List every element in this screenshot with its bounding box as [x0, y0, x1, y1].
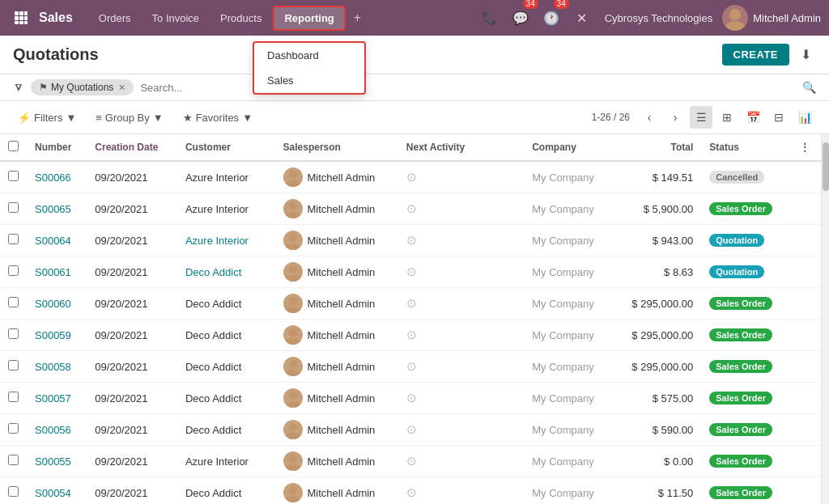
avatar[interactable]: [722, 5, 748, 31]
row-customer[interactable]: Azure Interior: [177, 225, 275, 256]
svg-rect-5: [24, 16, 28, 20]
row-date: 09/20/2021: [87, 288, 177, 320]
table-container: Number Creation Date Customer Salesperso…: [0, 134, 829, 504]
nav-orders[interactable]: Orders: [89, 7, 141, 29]
phone-icon[interactable]: 📞: [477, 5, 503, 31]
nav-reporting[interactable]: Reporting: [273, 6, 345, 31]
search-input[interactable]: [140, 82, 796, 94]
row-checkbox[interactable]: [8, 265, 19, 276]
scrollbar[interactable]: [821, 134, 829, 504]
row-options[interactable]: [792, 351, 822, 383]
row-checkbox[interactable]: [8, 360, 19, 371]
salesperson-avatar: [283, 325, 303, 345]
disconnect-icon[interactable]: ✕: [569, 5, 595, 31]
col-total[interactable]: Total: [613, 134, 701, 161]
col-creation-date[interactable]: Creation Date: [87, 134, 177, 161]
dropdown-dashboard[interactable]: Dashboard: [254, 43, 364, 68]
row-checkbox-cell[interactable]: [0, 477, 27, 505]
dropdown-sales[interactable]: Sales: [254, 68, 364, 93]
col-next-activity[interactable]: Next Activity: [398, 134, 524, 161]
salesperson-name: Mitchell Admin: [308, 172, 376, 184]
filters-btn[interactable]: ⚡ Filters ▼: [13, 109, 81, 126]
row-number[interactable]: S00064: [27, 225, 87, 256]
row-checkbox-cell[interactable]: [0, 161, 27, 193]
col-status[interactable]: Status: [701, 134, 791, 161]
list-view-btn[interactable]: ☰: [690, 106, 712, 129]
row-number[interactable]: S00058: [27, 351, 87, 383]
row-checkbox-cell[interactable]: [0, 193, 27, 225]
row-checkbox-cell[interactable]: [0, 383, 27, 414]
row-options[interactable]: [792, 288, 822, 320]
row-checkbox[interactable]: [8, 202, 19, 213]
chat-icon-btn[interactable]: 💬 34: [508, 5, 534, 31]
row-number[interactable]: S00060: [27, 288, 87, 320]
col-number[interactable]: Number: [27, 134, 87, 161]
row-options[interactable]: [792, 446, 822, 477]
create-button[interactable]: CREATE: [722, 44, 789, 66]
row-checkbox-cell[interactable]: [0, 256, 27, 288]
row-salesperson: Mitchell Admin: [275, 414, 398, 446]
salesperson-avatar: [283, 420, 303, 439]
row-checkbox[interactable]: [8, 328, 19, 339]
salesperson-avatar: [283, 388, 303, 408]
download-icon[interactable]: ⬇: [796, 44, 816, 66]
row-checkbox-cell[interactable]: [0, 414, 27, 446]
row-options[interactable]: [792, 414, 822, 446]
username[interactable]: Mitchell Admin: [753, 12, 821, 24]
next-page-btn[interactable]: ›: [664, 106, 687, 129]
row-number[interactable]: S00061: [27, 256, 87, 288]
row-checkbox-cell[interactable]: [0, 320, 27, 351]
nav-products[interactable]: Products: [210, 7, 271, 29]
pivot-view-btn[interactable]: ⊟: [767, 106, 790, 129]
col-salesperson[interactable]: Salesperson: [275, 134, 398, 161]
row-checkbox-cell[interactable]: [0, 351, 27, 383]
filter-tag-close[interactable]: ✕: [118, 83, 125, 93]
row-salesperson: Mitchell Admin: [275, 256, 398, 288]
row-checkbox-cell[interactable]: [0, 225, 27, 256]
row-checkbox[interactable]: [8, 486, 19, 497]
row-checkbox-cell[interactable]: [0, 288, 27, 320]
graph-view-btn[interactable]: 📊: [793, 106, 816, 129]
search-icon[interactable]: 🔍: [802, 81, 816, 94]
kanban-view-btn[interactable]: ⊞: [716, 106, 738, 129]
row-number[interactable]: S00059: [27, 320, 87, 351]
inbox-icon-btn[interactable]: 🕐 34: [538, 5, 564, 31]
scroll-thumb[interactable]: [823, 142, 829, 191]
row-number[interactable]: S00057: [27, 383, 87, 414]
col-customer[interactable]: Customer: [177, 134, 275, 161]
row-number[interactable]: S00055: [27, 446, 87, 477]
row-options[interactable]: [792, 161, 822, 193]
row-checkbox-cell[interactable]: [0, 446, 27, 477]
grid-menu-icon[interactable]: [8, 5, 34, 31]
row-options[interactable]: [792, 477, 822, 505]
row-checkbox[interactable]: [8, 297, 19, 307]
row-options[interactable]: [792, 256, 822, 288]
row-number[interactable]: S00056: [27, 414, 87, 446]
groupby-btn[interactable]: ≡ Group By ▼: [91, 109, 168, 126]
select-all-checkbox-cell[interactable]: [0, 134, 27, 161]
prev-page-btn[interactable]: ‹: [638, 106, 661, 129]
row-options[interactable]: [792, 193, 822, 225]
row-number[interactable]: S00066: [27, 161, 87, 193]
row-number[interactable]: S00065: [27, 193, 87, 225]
row-checkbox[interactable]: [8, 171, 19, 181]
row-number[interactable]: S00054: [27, 477, 87, 505]
col-options[interactable]: ⋮: [792, 134, 822, 161]
row-total: $ 295,000.00: [613, 288, 701, 320]
col-company[interactable]: Company: [524, 134, 613, 161]
nav-to-invoice[interactable]: To Invoice: [142, 7, 210, 29]
nav-add[interactable]: +: [347, 7, 368, 28]
table-body: S0006609/20/2021Azure InteriorMitchell A…: [0, 161, 821, 504]
row-checkbox[interactable]: [8, 455, 19, 465]
row-options[interactable]: [792, 320, 822, 351]
row-checkbox[interactable]: [8, 234, 19, 244]
row-options[interactable]: [792, 225, 822, 256]
row-options[interactable]: [792, 383, 822, 414]
row-checkbox[interactable]: [8, 392, 19, 402]
row-checkbox[interactable]: [8, 423, 19, 434]
row-customer: Deco Addict: [177, 414, 275, 446]
select-all-checkbox[interactable]: [8, 141, 19, 151]
calendar-view-btn[interactable]: 📅: [742, 106, 764, 129]
favorites-btn[interactable]: ★ Favorites ▼: [178, 109, 257, 126]
row-customer[interactable]: Deco Addict: [177, 256, 275, 288]
